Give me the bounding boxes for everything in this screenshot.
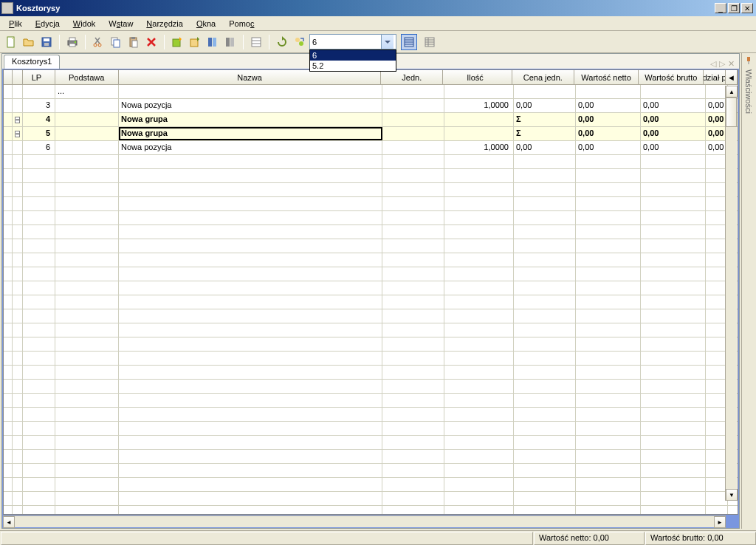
svg-point-9: [98, 44, 101, 47]
table-row[interactable]: 6 Nowa pozycja 1,0000 0,00 0,00 0,00 0,0…: [4, 141, 738, 155]
cut-icon[interactable]: [90, 34, 106, 50]
table-row-empty: [4, 408, 738, 422]
header-dzial[interactable]: dział p: [704, 70, 726, 84]
sum-icon[interactable]: [292, 34, 308, 50]
table-row-empty: [4, 309, 738, 323]
header-jedn[interactable]: Jedn.: [381, 70, 443, 84]
menu-pomoc[interactable]: Pomoc: [223, 18, 260, 30]
header-scroll-spacer: ◄: [726, 70, 738, 84]
header-nazwa[interactable]: Nazwa: [119, 70, 382, 84]
header-wn[interactable]: Wartość netto: [574, 70, 639, 84]
minimize-button[interactable]: _: [715, 3, 726, 13]
collapse-icon[interactable]: −: [15, 131, 20, 137]
table-row-empty: [4, 450, 738, 464]
catalog2-icon[interactable]: [222, 34, 238, 50]
svg-point-7: [75, 41, 76, 43]
menu-widok[interactable]: Widok: [67, 18, 102, 30]
view-list-button[interactable]: [401, 34, 417, 50]
document-area: Kosztorys1 ◁ ▷ ✕ LP Podstawa Nazwa Jedn.…: [1, 53, 740, 529]
table-row-empty: [4, 267, 738, 281]
new-icon[interactable]: [3, 34, 19, 50]
svg-rect-3: [44, 43, 49, 46]
print-icon[interactable]: [64, 34, 80, 50]
properties-icon[interactable]: [248, 34, 264, 50]
catalog-icon[interactable]: [205, 34, 221, 50]
horizontal-scrollbar[interactable]: ◄ ►: [3, 515, 726, 527]
table-row-empty: [4, 323, 738, 337]
dropdown-option-6[interactable]: 6: [310, 50, 396, 61]
view-detail-button[interactable]: [422, 34, 438, 50]
svg-rect-14: [132, 41, 137, 47]
table-row-empty: [4, 366, 738, 380]
header-cenaj[interactable]: Cena jedn.: [512, 70, 574, 84]
svg-rect-15: [173, 39, 180, 47]
svg-rect-17: [208, 38, 212, 47]
dropdown-option-5-2[interactable]: 5.2: [310, 61, 396, 71]
scroll-up-icon[interactable]: ▲: [726, 86, 738, 97]
collapse-icon[interactable]: −: [15, 117, 20, 123]
vertical-scrollbar[interactable]: ▲ ▼: [725, 86, 737, 501]
svg-point-24: [295, 38, 300, 42]
svg-rect-11: [114, 40, 120, 47]
save-icon[interactable]: [38, 34, 55, 50]
status-wartosc-netto: Wartość netto: 0,00: [534, 532, 645, 545]
delete-icon[interactable]: [143, 34, 159, 50]
tab-kosztorys1[interactable]: Kosztorys1: [4, 55, 60, 69]
copy-icon[interactable]: [108, 34, 124, 50]
table-row[interactable]: − 4 Nowa grupa Σ 0,00 0,00 0,00: [4, 113, 738, 127]
toolbar: 6 5.2: [0, 31, 756, 53]
status-wartosc-brutto: Wartość brutto: 0,00: [645, 532, 756, 545]
position-input[interactable]: [310, 35, 381, 49]
table-row[interactable]: 3 Nowa pozycja 1,0000 0,00 0,00 0,00 0,0…: [4, 99, 738, 113]
svg-point-8: [94, 44, 97, 47]
scroll-right-icon[interactable]: ►: [714, 516, 726, 528]
tab-next-icon[interactable]: ▷: [719, 59, 725, 69]
position-combo[interactable]: [309, 34, 396, 49]
properties-panel[interactable]: Właściwości: [741, 53, 755, 529]
table-row-empty: [4, 295, 738, 309]
svg-rect-18: [213, 38, 216, 47]
scroll-left-icon[interactable]: ◄: [3, 516, 15, 528]
table-row-empty: [4, 394, 738, 408]
svg-rect-6: [69, 44, 75, 47]
table-row[interactable]: ...: [4, 85, 738, 99]
header-podstawa[interactable]: Podstawa: [55, 70, 119, 84]
table-row-empty: [4, 239, 738, 253]
tab-close-icon[interactable]: ✕: [728, 59, 735, 69]
add-item-icon[interactable]: [169, 34, 185, 50]
tab-prev-icon[interactable]: ◁: [710, 59, 716, 69]
table-row[interactable]: − 5 Nowa grupa Σ 0,00 0,00 0,00: [4, 127, 738, 141]
refresh-icon[interactable]: [274, 34, 290, 50]
add-group-icon[interactable]: [187, 34, 203, 50]
header-expand[interactable]: [13, 70, 23, 84]
grid: LP Podstawa Nazwa Jedn. Ilość Cena jedn.…: [3, 69, 738, 515]
table-row-empty: [4, 169, 738, 183]
svg-rect-21: [252, 38, 261, 47]
menu-narzedzia[interactable]: Narzędzia: [140, 18, 189, 30]
table-row-empty: [4, 281, 738, 295]
scroll-thumb[interactable]: [726, 97, 737, 127]
menu-okna[interactable]: Okna: [190, 18, 221, 30]
app-icon: [1, 2, 13, 14]
menu-edycja[interactable]: Edycja: [30, 18, 66, 30]
table-row-empty: [4, 352, 738, 366]
close-button[interactable]: ✕: [741, 3, 753, 13]
header-ilosc[interactable]: Ilość: [443, 70, 512, 84]
open-icon[interactable]: [21, 34, 37, 50]
status-bar: Wartość netto: 0,00 Wartość brutto: 0,00: [0, 530, 756, 545]
header-wb[interactable]: Wartość brutto: [639, 70, 704, 84]
restore-button[interactable]: ❐: [728, 3, 740, 13]
table-row-empty: [4, 380, 738, 394]
header-lp[interactable]: LP: [23, 70, 55, 84]
paste-icon[interactable]: [126, 34, 142, 50]
scroll-down-icon[interactable]: ▼: [726, 489, 738, 501]
header-handle[interactable]: [4, 70, 13, 84]
combo-arrow-icon[interactable]: [381, 35, 394, 49]
svg-rect-13: [131, 37, 135, 39]
menu-wstaw[interactable]: Wstaw: [103, 18, 139, 30]
position-dropdown: 6 5.2: [309, 49, 396, 72]
menu-bar: Plik Edycja Widok Wstaw Narzędzia Okna P…: [0, 16, 756, 31]
table-row-empty: [4, 253, 738, 267]
menu-plik[interactable]: Plik: [3, 18, 28, 30]
svg-point-25: [299, 41, 303, 46]
